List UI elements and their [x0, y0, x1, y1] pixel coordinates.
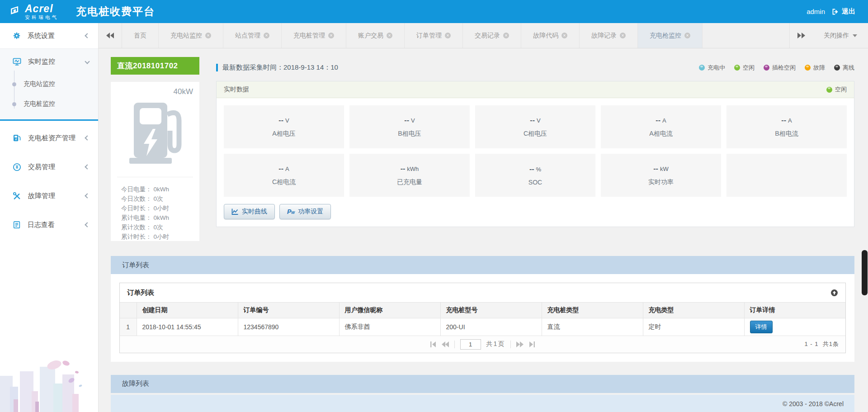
collect-time: 最新数据采集时间：2018-9-13 14：10 — [222, 63, 338, 72]
offline-dot-icon — [834, 65, 840, 71]
close-operations-menu[interactable]: 关闭操作 — [813, 23, 868, 48]
close-icon[interactable]: × — [205, 33, 211, 38]
transaction-icon: ¥ — [13, 163, 21, 171]
bullet-icon — [12, 102, 16, 106]
fault-tools-icon — [13, 192, 21, 200]
sidebar-item-fault-mgmt[interactable]: 故障管理 — [0, 183, 98, 208]
chevron-left-icon — [85, 164, 90, 169]
close-icon[interactable]: × — [561, 33, 567, 38]
stat-total-duration: 累计时长：0小时 — [121, 232, 189, 242]
tab-account-trade[interactable]: 账户交易× — [346, 23, 405, 48]
col-wechat-nickname: 用户微信昵称 — [339, 303, 440, 318]
close-icon[interactable]: × — [620, 33, 626, 38]
last-page-icon[interactable] — [529, 341, 535, 347]
charging-dot-icon — [699, 65, 705, 71]
metric-realtime-power: --kW实时功率 — [601, 154, 721, 197]
tab-fault-records[interactable]: 故障记录× — [580, 23, 638, 48]
status-legend: 充电中 空闲 插枪空闲 故障 离线 — [699, 64, 854, 72]
metric-current-b: --AB相电流 — [726, 105, 847, 148]
col-order-detail: 订单详情 — [744, 303, 845, 318]
chevron-left-icon — [85, 135, 90, 140]
metric-soc: --%SOC — [475, 154, 595, 197]
close-icon[interactable]: × — [445, 33, 451, 38]
close-icon[interactable]: × — [503, 33, 509, 38]
tab-fault-codes[interactable]: 故障代码× — [521, 23, 580, 48]
tab-trade-records[interactable]: 交易记录× — [463, 23, 521, 48]
page-number-input[interactable] — [460, 339, 481, 350]
sidebar-group-realtime-monitor: 实时监控 充电站监控 充电桩监控 — [0, 48, 98, 121]
sidebar-item-station-monitor[interactable]: 充电站监控 — [0, 74, 98, 94]
tab-order-mgmt[interactable]: 订单管理× — [405, 23, 463, 48]
order-list-panel: 订单列表 创建日期 订单编号 用户微信昵称 充电桩型号 充电桩类型 充电类型 订 — [119, 283, 846, 353]
collapse-panel-icon[interactable] — [830, 289, 838, 297]
logo-text: Acrel — [25, 4, 59, 14]
acrel-logo: Acrel 安科瑞电气 — [10, 4, 59, 20]
metric-grid: --VA相电压 --VB相电压 --VC相电压 --AA相电流 --AB相电流 … — [224, 105, 847, 197]
logout-icon — [831, 8, 839, 15]
metric-charged-energy: --kWh已充电量 — [349, 154, 470, 197]
tabs-scroll-left-icon[interactable] — [99, 23, 122, 48]
table-row: 1 2018-10-01 14:55:45 1234567890 佛系非酋 20… — [120, 318, 845, 336]
cell-create-date: 2018-10-01 14:55:45 — [137, 318, 238, 336]
legend-offline: 离线 — [834, 64, 854, 72]
chevron-left-icon — [85, 222, 90, 227]
stat-today-duration: 今日时长：0小时 — [121, 204, 189, 213]
main-content: 直流2018101702 40kW 今日电量：0kWh 今日次数：0次 今日时长… — [99, 48, 868, 412]
stat-today-count: 今日次数：0次 — [121, 194, 189, 204]
sidebar-item-log-view[interactable]: 日志查看 — [0, 212, 98, 237]
log-icon — [13, 221, 21, 229]
tab-pile-mgmt[interactable]: 充电桩管理× — [282, 23, 346, 48]
stat-total-energy: 累计电量：0kWh — [121, 213, 189, 223]
scrollbar-thumb[interactable] — [862, 250, 868, 295]
fault-section-header: 故障列表 — [111, 375, 854, 393]
tab-station-monitor[interactable]: 充电站监控× — [159, 23, 223, 48]
realtime-panel-title: 实时数据 — [224, 85, 249, 94]
gear-icon — [13, 32, 21, 40]
chevron-down-icon — [853, 34, 857, 37]
gun-status-badge: 空闲 — [826, 85, 847, 94]
order-detail-button[interactable]: 详情 — [750, 321, 773, 333]
sidebar-item-realtime-monitor[interactable]: 实时监控 — [0, 49, 98, 74]
order-section-header: 订单列表 — [111, 256, 854, 274]
close-icon[interactable]: × — [328, 33, 334, 38]
col-order-no: 订单编号 — [238, 303, 339, 318]
tab-bar: 首页 充电站监控× 站点管理× 充电桩管理× 账户交易× 订单管理× 交易记录×… — [99, 23, 868, 48]
power-settings-button[interactable]: Pw 功率设置 — [279, 204, 331, 219]
metric-empty-card — [726, 154, 847, 197]
col-pile-type: 充电桩类型 — [542, 303, 643, 318]
legend-fault: 故障 — [805, 64, 825, 72]
next-page-icon[interactable] — [516, 341, 524, 347]
record-count: 1 - 1 共1条 — [805, 340, 839, 348]
cell-row-number: 1 — [120, 318, 137, 336]
tab-home[interactable]: 首页 — [122, 23, 159, 48]
first-page-icon[interactable] — [430, 341, 436, 347]
tabs-scroll-right-icon[interactable] — [789, 23, 813, 48]
sidebar-item-system-settings[interactable]: 系统设置 — [0, 23, 98, 48]
sidebar-item-transaction-mgmt[interactable]: ¥ 交易管理 — [0, 154, 98, 180]
close-icon[interactable]: × — [387, 33, 392, 38]
realtime-data-panel: 实时数据 空闲 --VA相电压 --VB相电压 --VC相电压 --AA相电流 … — [216, 81, 854, 227]
logout-button[interactable]: 退出 — [831, 7, 855, 16]
footer: © 2003 - 2018 ©Acrel — [111, 395, 854, 412]
pile-card: 40kW 今日电量：0kWh 今日次数：0次 今日时长：0小时 累计电量：0kW… — [111, 82, 199, 241]
bullet-icon — [12, 82, 16, 86]
close-icon[interactable]: × — [264, 33, 269, 38]
status-dot-icon — [826, 87, 832, 93]
stat-today-energy: 今日电量：0kWh — [121, 185, 189, 194]
pile-stats: 今日电量：0kWh 今日次数：0次 今日时长：0小时 累计电量：0kWh 累计次… — [121, 185, 189, 242]
metric-voltage-c: --VC相电压 — [475, 105, 595, 148]
order-panel-title: 订单列表 — [127, 289, 154, 297]
copyright: © 2003 - 2018 ©Acrel — [783, 400, 844, 407]
pile-name-header[interactable]: 直流2018101702 — [111, 57, 199, 75]
close-icon[interactable]: × — [684, 33, 690, 38]
sidebar-item-pile-monitor[interactable]: 充电桩监控 — [0, 94, 98, 114]
tab-gun-monitor-active[interactable]: 充电枪监控× — [638, 23, 703, 48]
sidebar-item-pile-assets[interactable]: 充电桩资产管理 — [0, 125, 98, 151]
monitor-icon — [13, 57, 21, 66]
charger-icon — [13, 134, 21, 142]
realtime-curve-button[interactable]: 实时曲线 — [224, 204, 275, 219]
charging-pile-icon — [127, 101, 183, 169]
pile-summary-panel: 直流2018101702 40kW 今日电量：0kWh 今日次数：0次 今日时长… — [111, 57, 199, 241]
prev-page-icon[interactable] — [442, 341, 449, 347]
tab-site-mgmt[interactable]: 站点管理× — [223, 23, 282, 48]
